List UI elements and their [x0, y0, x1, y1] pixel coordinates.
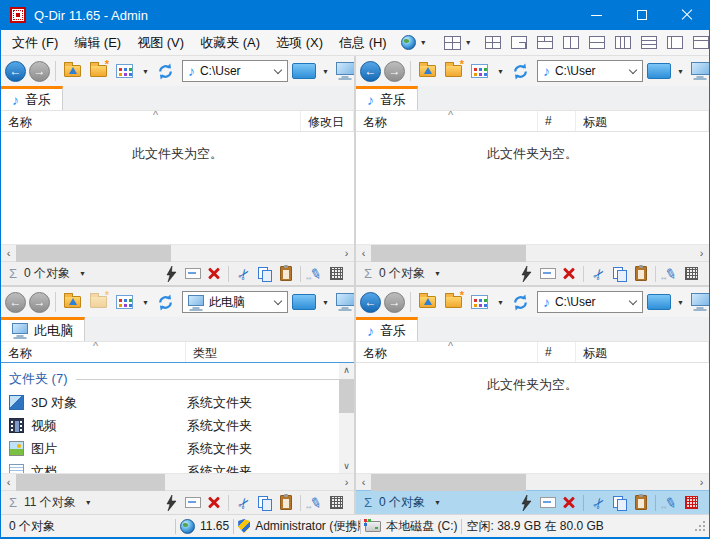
view-mode-button[interactable]	[112, 290, 137, 314]
pane-select-button[interactable]	[326, 264, 347, 283]
up-folder-button[interactable]	[60, 59, 85, 83]
file-row[interactable]: 文档 系统文件夹	[1, 460, 354, 473]
delete-button[interactable]	[558, 493, 579, 512]
pane3-hscrollbar[interactable]: ‹ ›	[1, 473, 354, 490]
desktop-button[interactable]	[688, 59, 709, 83]
desktop-button[interactable]	[688, 290, 709, 314]
refresh-button[interactable]	[153, 59, 178, 83]
column-name[interactable]: 名称	[356, 111, 538, 131]
column-type[interactable]: 类型	[186, 342, 354, 362]
refresh-button[interactable]	[508, 290, 533, 314]
cut-button[interactable]: ✂	[588, 264, 609, 283]
pane3-vscrollbar[interactable]: ∧ ∨	[339, 363, 354, 473]
up-folder-button[interactable]	[60, 290, 85, 314]
column-title[interactable]: 标题	[576, 111, 709, 131]
layout-icon-quad[interactable]	[485, 36, 501, 49]
paste-button[interactable]	[275, 264, 296, 283]
hscroll-left-icon[interactable]: ‹	[1, 246, 16, 261]
hscroll-thumb[interactable]	[16, 245, 171, 262]
hscroll-right-icon[interactable]: ›	[339, 475, 354, 490]
edit-button[interactable]: ✎**	[660, 264, 681, 283]
cut-button[interactable]: ✂	[233, 493, 254, 512]
address-combobox[interactable]: ♪ C:\User	[537, 291, 643, 313]
pane1-hscrollbar[interactable]: ‹ ›	[1, 244, 354, 261]
column-name[interactable]: 名称	[356, 342, 538, 362]
vscroll-thumb[interactable]	[339, 379, 354, 413]
paste-button[interactable]	[275, 493, 296, 512]
layout-icon-three-rows[interactable]	[641, 36, 657, 49]
minimize-button[interactable]	[574, 0, 619, 30]
rename-button[interactable]	[182, 493, 203, 512]
up-folder-button[interactable]	[415, 290, 440, 314]
tab-music[interactable]: ♪ 音乐	[356, 86, 418, 110]
tab-music[interactable]: ♪ 音乐	[356, 317, 418, 341]
pane3-body[interactable]: 文件夹 (7) 3D 对象 系统文件夹 视频 系统文件夹 图片 系统文件夹 文档…	[1, 363, 354, 473]
up-folder-button[interactable]	[415, 59, 440, 83]
pane-select-button[interactable]	[681, 264, 702, 283]
pane2-body[interactable]: 此文件夹为空。	[356, 132, 709, 244]
back-button[interactable]: ←	[5, 292, 26, 313]
delete-button[interactable]	[203, 493, 224, 512]
layout-icon-left-column[interactable]	[667, 36, 683, 49]
quick-actions-button[interactable]	[516, 493, 537, 512]
address-combobox[interactable]: ♪ C:\User	[182, 60, 288, 82]
menu-view[interactable]: 视图 (V)	[129, 30, 192, 56]
view-mode-dropdown-icon[interactable]: ▼	[497, 68, 504, 75]
layout-icon-top-sub[interactable]	[537, 36, 553, 49]
quick-view-button[interactable]	[647, 290, 672, 314]
layout-icon-quad-main[interactable]	[444, 36, 461, 50]
hscroll-track[interactable]	[16, 245, 339, 262]
back-button[interactable]: ←	[360, 61, 381, 82]
view-mode-dropdown-icon[interactable]: ▼	[142, 68, 149, 75]
layout-icon-bottom-right-sub[interactable]	[511, 36, 527, 49]
count-dropdown-icon[interactable]: ▼	[79, 270, 86, 277]
hscroll-left-icon[interactable]: ‹	[356, 475, 371, 490]
back-button[interactable]: ←	[360, 292, 381, 313]
tab-this-pc[interactable]: 此电脑	[1, 317, 85, 341]
menu-file[interactable]: 文件 (F)	[4, 30, 66, 56]
paste-button[interactable]	[630, 264, 651, 283]
file-row[interactable]: 图片 系统文件夹	[1, 437, 354, 460]
hscroll-track[interactable]	[371, 245, 694, 262]
cut-button[interactable]: ✂	[233, 264, 254, 283]
quick-view-dropdown-icon[interactable]: ▼	[677, 68, 684, 75]
quick-view-dropdown-icon[interactable]: ▼	[322, 299, 329, 306]
quick-view-button[interactable]	[292, 290, 317, 314]
quick-view-dropdown-icon[interactable]: ▼	[322, 68, 329, 75]
layout-icon-top-row[interactable]	[693, 36, 709, 49]
hscroll-track[interactable]	[16, 474, 339, 491]
new-folder-button[interactable]: *	[86, 59, 111, 83]
globe-icon[interactable]	[401, 35, 416, 50]
quick-actions-button[interactable]	[161, 264, 182, 283]
delete-button[interactable]	[558, 264, 579, 283]
column-title[interactable]: 标题	[576, 342, 709, 362]
column-name[interactable]: 名称	[1, 111, 301, 131]
view-mode-button[interactable]	[467, 290, 492, 314]
forward-button[interactable]: →	[384, 292, 405, 313]
layout-icon-horizontal-split[interactable]	[589, 36, 605, 49]
quick-view-button[interactable]	[647, 59, 672, 83]
hscroll-thumb[interactable]	[16, 474, 165, 491]
globe-dropdown-icon[interactable]: ▼	[420, 39, 427, 46]
new-folder-button[interactable]: *	[86, 290, 111, 314]
pane-select-button[interactable]	[681, 493, 702, 512]
copy-button[interactable]	[254, 493, 275, 512]
cut-button[interactable]: ✂	[588, 493, 609, 512]
quick-view-dropdown-icon[interactable]: ▼	[677, 299, 684, 306]
pane4-body[interactable]: 此文件夹为空。	[356, 363, 709, 473]
rename-button[interactable]	[182, 264, 203, 283]
forward-button[interactable]: →	[29, 292, 50, 313]
vscroll-up-icon[interactable]: ∧	[343, 363, 350, 377]
hscroll-right-icon[interactable]: ›	[339, 246, 354, 261]
quick-actions-button[interactable]	[161, 493, 182, 512]
view-mode-button[interactable]	[112, 59, 137, 83]
group-header-folders[interactable]: 文件夹 (7)	[1, 363, 354, 391]
column-modified[interactable]: 修改日	[301, 111, 354, 131]
layout-icon-three-columns[interactable]	[615, 36, 631, 49]
menu-options[interactable]: 选项 (X)	[268, 30, 331, 56]
rename-button[interactable]	[537, 493, 558, 512]
close-button[interactable]	[664, 0, 709, 30]
address-combobox[interactable]: 此电脑	[182, 291, 288, 313]
new-folder-button[interactable]: *	[441, 59, 466, 83]
hscroll-right-icon[interactable]: ›	[694, 475, 709, 490]
